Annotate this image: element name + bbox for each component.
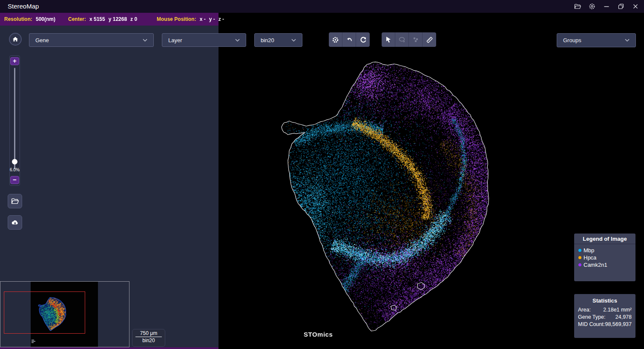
cursor-arrow-icon: [385, 36, 392, 43]
status-info-bar: Resolution: 500(nm) Center: x 5155 y 122…: [0, 13, 218, 26]
scale-bar: 750 μm bin20: [132, 329, 165, 347]
legend-item[interactable]: Camk2n1: [578, 261, 631, 268]
gene-dropdown-label: Gene: [35, 37, 49, 43]
cloud-download-icon: [11, 219, 19, 226]
zoom-slider-control: + 6.0% −: [9, 55, 20, 186]
legend-items: Mbp Hpca Camk2n1: [574, 244, 635, 271]
minimap-logo: [32, 340, 35, 344]
lasso-icon: [398, 36, 405, 43]
view-tools-group: [329, 32, 370, 47]
legend-item[interactable]: Hpca: [578, 254, 631, 261]
legend-color-dot: [578, 249, 581, 252]
stat-value: 24,978: [615, 314, 632, 321]
chevron-down-icon: [291, 39, 296, 42]
legend-gene-label: Camk2n1: [584, 262, 607, 268]
mouse-position-readout: Mouse Position: x - y - z -: [157, 13, 224, 26]
window-controls: [574, 0, 639, 13]
undo-icon: [345, 36, 353, 43]
ruler-icon: [426, 36, 433, 43]
legend-color-dot: [578, 256, 581, 259]
scale-bar-length: 750 μm: [132, 330, 165, 336]
ruler-tool-button[interactable]: [423, 32, 436, 47]
gene-dropdown[interactable]: Gene: [29, 33, 154, 47]
stomics-watermark: STOmics: [304, 331, 333, 338]
groups-dropdown[interactable]: Groups: [557, 33, 636, 47]
bottom-accent-strip: [0, 347, 218, 349]
resolution-readout: Resolution: 500(nm): [4, 13, 55, 26]
stat-label: Gene Type:: [578, 314, 605, 321]
close-icon[interactable]: [632, 3, 639, 10]
open-folder-icon: [11, 197, 19, 205]
refresh-icon: [359, 36, 367, 43]
bin-size-dropdown[interactable]: bin20: [254, 33, 302, 47]
legend-item[interactable]: Mbp: [578, 247, 631, 254]
restore-icon[interactable]: [617, 3, 624, 10]
stat-row-area: Area: 2.18e1 mm²: [574, 306, 635, 314]
minimize-icon[interactable]: [603, 3, 610, 10]
legend-title: Legend of Image: [574, 234, 635, 244]
zoom-out-button[interactable]: −: [10, 176, 19, 184]
home-icon: [12, 36, 19, 43]
legend-panel: Legend of Image Mbp Hpca Camk2n1: [574, 234, 635, 281]
title-bar: StereoMap: [0, 0, 644, 13]
zoom-slider-thumb[interactable]: [12, 159, 17, 164]
stat-label: MID Count:: [578, 321, 605, 328]
chevron-down-icon: [625, 39, 630, 42]
box-select-icon: [412, 36, 419, 43]
layer-dropdown-label: Layer: [168, 37, 182, 43]
settings-gear-icon[interactable]: [588, 3, 595, 10]
stat-value: 2.18e1 mm²: [603, 306, 632, 314]
chevron-down-icon: [235, 39, 240, 42]
reset-view-button[interactable]: [356, 32, 370, 47]
groups-dropdown-label: Groups: [563, 37, 581, 43]
center-readout: Center: x 5155 y 12268 z 0: [68, 13, 137, 26]
selection-tools-group: [382, 32, 436, 47]
zoom-percentage: 6.0%: [10, 167, 20, 172]
open-file-icon[interactable]: [574, 3, 581, 10]
stat-row-gene-type: Gene Type: 24,978: [574, 314, 635, 321]
scale-bar-line: [135, 337, 162, 337]
minimap-viewport-rect[interactable]: [4, 291, 85, 334]
zoom-in-button[interactable]: +: [10, 57, 19, 65]
stat-row-mid-count: MID Count: 98,569,937: [574, 321, 635, 328]
statistics-title: Statistics: [574, 294, 635, 306]
legend-color-dot: [578, 263, 581, 266]
zoom-slider-track[interactable]: [14, 68, 15, 169]
legend-gene-label: Mbp: [584, 247, 594, 254]
box-select-tool-button[interactable]: [409, 32, 423, 47]
layer-dropdown[interactable]: Layer: [162, 33, 246, 47]
legend-gene-label: Hpca: [584, 254, 596, 261]
minimap-panel[interactable]: [0, 281, 129, 347]
stat-label: Area:: [578, 306, 591, 314]
open-project-button[interactable]: [8, 194, 22, 208]
undo-button[interactable]: [342, 32, 356, 47]
stat-value: 98,569,937: [605, 321, 632, 328]
app-title: StereoMap: [8, 3, 39, 10]
home-button[interactable]: [9, 33, 22, 46]
pointer-tool-button[interactable]: [382, 32, 395, 47]
bin-size-dropdown-label: bin20: [261, 37, 274, 43]
chevron-down-icon: [143, 39, 147, 42]
scale-bar-bin: bin20: [132, 337, 165, 343]
gear-icon: [332, 36, 339, 43]
display-settings-button[interactable]: [329, 32, 342, 47]
statistics-panel: Statistics Area: 2.18e1 mm² Gene Type: 2…: [574, 294, 635, 338]
lasso-tool-button[interactable]: [395, 32, 409, 47]
export-button[interactable]: [8, 215, 22, 230]
